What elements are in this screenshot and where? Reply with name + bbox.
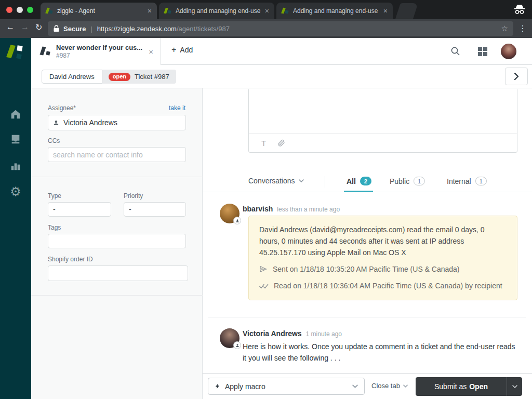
- shopify-order-field[interactable]: [48, 265, 188, 281]
- refresh-icon[interactable]: ↻: [35, 22, 42, 32]
- apply-macro-select[interactable]: Apply macro: [208, 378, 365, 395]
- tab-count-badge: 1: [475, 177, 487, 185]
- open-ticket-tab[interactable]: Never wonder if your cus... #987 ×: [31, 38, 161, 65]
- assignee-label: Assignee*: [48, 104, 76, 112]
- search-icon: [450, 46, 460, 56]
- message-author: bbarvish: [243, 205, 273, 213]
- tags-field[interactable]: [48, 234, 186, 248]
- ticket-number-label: Ticket #987: [135, 73, 169, 81]
- lock-icon: [53, 25, 60, 32]
- requester-name: David Andrews: [49, 73, 95, 81]
- message-header: Victoria Andrews 1 minute ago: [243, 329, 342, 338]
- apply-macro-label: Apply macro: [225, 382, 265, 391]
- avatar-victoria[interactable]: [220, 328, 240, 348]
- text-format-icon[interactable]: T: [261, 139, 266, 148]
- address-bar[interactable]: Secure | https://ziggle.zendesk.com/agen…: [48, 21, 513, 36]
- new-tab-button[interactable]: [395, 3, 418, 19]
- type-label: Type: [48, 192, 61, 200]
- type-field[interactable]: [48, 202, 111, 217]
- avatar-bbarvish[interactable]: [220, 204, 240, 223]
- apps-grid-icon[interactable]: [478, 47, 487, 56]
- assignee-field[interactable]: [48, 115, 186, 130]
- message-header: bbarvish less than a minute ago: [243, 205, 340, 213]
- submit-as-open-button[interactable]: Submit as Open: [416, 377, 507, 396]
- sidebar-item-settings[interactable]: ⚙: [0, 184, 31, 199]
- read-line: Read on 1/18/18 10:36:04 AM Pacific Time…: [259, 280, 507, 291]
- shopify-order-label: Shopify order ID: [48, 256, 93, 263]
- conversations-label: Conversations: [248, 177, 295, 185]
- active-tab-underline: [344, 191, 373, 192]
- forward-icon: →: [21, 22, 29, 32]
- ccs-field[interactable]: [48, 147, 186, 162]
- url-domain: https://ziggle.zendesk.com: [97, 25, 177, 33]
- take-it-link[interactable]: take it: [169, 104, 185, 112]
- user-avatar[interactable]: [501, 44, 516, 59]
- window-close-button[interactable]: [6, 7, 12, 13]
- window-zoom-button[interactable]: [27, 7, 33, 13]
- tab-label: Internal: [447, 177, 471, 185]
- sidebar-item-home[interactable]: [0, 109, 31, 122]
- reply-editor[interactable]: [249, 89, 517, 134]
- browser-tab-2[interactable]: Adding and managing end-use ×: [159, 3, 274, 19]
- window-minimize-button[interactable]: [17, 7, 23, 13]
- chevron-right-icon: [514, 73, 519, 80]
- tab-label: All: [347, 177, 356, 185]
- sidebar-item-reports[interactable]: [0, 160, 31, 174]
- ccs-label: CCs: [48, 137, 60, 144]
- tab-public[interactable]: Public 1: [390, 177, 425, 185]
- conversations-filter[interactable]: Conversations: [248, 177, 304, 185]
- reply-composer[interactable]: T: [248, 89, 517, 153]
- browser-menu-icon[interactable]: ⋮: [518, 23, 527, 33]
- tab-close-icon[interactable]: ×: [265, 7, 269, 15]
- submit-button-group: Submit as Open: [416, 377, 522, 396]
- bookmark-star-icon[interactable]: ☆: [501, 24, 508, 33]
- ticket-tab-close-icon[interactable]: ×: [149, 47, 153, 56]
- zendesk-favicon-icon: [282, 7, 289, 15]
- ccs-input[interactable]: [53, 151, 181, 159]
- tab-all[interactable]: All 2: [347, 177, 371, 185]
- agent-badge-icon: [233, 341, 241, 349]
- sidebar-item-views[interactable]: [0, 134, 31, 147]
- add-ticket-button[interactable]: + Add: [171, 45, 193, 55]
- chevron-down-icon: [512, 385, 517, 388]
- search-button[interactable]: [450, 46, 460, 58]
- ticket-tab-title: Never wonder if your cus...: [56, 44, 142, 52]
- bar-chart-icon: [10, 160, 21, 171]
- tab-close-icon[interactable]: ×: [148, 7, 152, 15]
- ticket-crumb[interactable]: open Ticket #987: [102, 70, 176, 84]
- views-icon: [10, 134, 21, 145]
- tab-internal[interactable]: Internal 1: [447, 177, 487, 185]
- read-text: Read on 1/18/18 10:36:04 AM Pacific Time…: [274, 282, 502, 290]
- attachment-icon[interactable]: [277, 139, 285, 147]
- secure-label: Secure: [63, 25, 86, 33]
- paper-plane-icon: [259, 265, 268, 273]
- plus-icon: +: [171, 45, 176, 55]
- message-body: Here is how it works. Once you update a …: [243, 341, 515, 364]
- ticket-icon: [41, 46, 51, 57]
- add-label: Add: [180, 46, 193, 54]
- priority-input[interactable]: [129, 205, 181, 214]
- url-path: /agent/tickets/987: [177, 25, 230, 33]
- ticket-header-row: David Andrews open Ticket #987: [31, 65, 532, 88]
- browser-tab-3[interactable]: Adding and managing end-use ×: [276, 3, 393, 19]
- collapse-panel-button[interactable]: [505, 68, 528, 85]
- tags-input[interactable]: [53, 237, 181, 245]
- requester-button[interactable]: David Andrews: [42, 70, 102, 84]
- priority-field[interactable]: [124, 202, 186, 217]
- close-tab-control[interactable]: Close tab: [371, 382, 408, 390]
- chevron-down-icon: [403, 384, 408, 388]
- browser-tab-active[interactable]: ziggle - Agent ×: [41, 3, 157, 19]
- sent-text: Sent on 1/18/18 10:35:20 AM Pacific Time…: [273, 265, 460, 273]
- assignee-input[interactable]: [63, 118, 181, 127]
- back-icon[interactable]: ←: [6, 22, 15, 32]
- tab-close-icon[interactable]: ×: [383, 7, 388, 15]
- shopify-order-input[interactable]: [53, 269, 183, 277]
- zendesk-favicon-icon: [46, 7, 53, 15]
- submit-options-button[interactable]: [507, 377, 522, 396]
- message-divider: [208, 317, 526, 317]
- url-separator: |: [90, 25, 92, 33]
- chevron-down-icon: [352, 384, 358, 388]
- type-input[interactable]: [53, 205, 106, 214]
- gear-icon: ⚙: [10, 184, 21, 198]
- priority-label: Priority: [124, 192, 143, 200]
